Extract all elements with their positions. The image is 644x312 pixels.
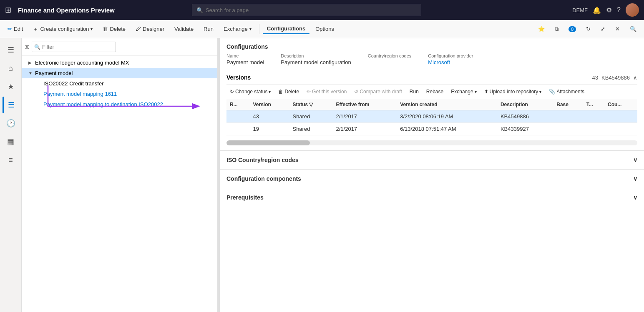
col-version-created: Version created (397, 99, 497, 110)
horizontal-scrollbar[interactable] (226, 140, 637, 145)
sidebar-list-icon[interactable]: ☰ (3, 97, 19, 113)
edit-button[interactable]: ✏ Edit (3, 24, 27, 34)
notification-icon[interactable]: 🔔 (593, 6, 601, 14)
tree-item-label-payment: Payment model (35, 70, 214, 76)
tree-item-mapping-destination[interactable]: Payment model mapping to destination ISO… (22, 99, 217, 110)
sidebar: ☰ ⌂ ★ ☰ 🕐 ▦ ≡ (0, 38, 22, 312)
search-bar[interactable]: 🔍 (192, 4, 421, 16)
exchange-chevron: ▾ (249, 27, 252, 31)
cell-base-2 (553, 123, 583, 135)
cell-desc-1: KB4549886 (497, 110, 553, 123)
prerequisites-title: Prerequisites (226, 194, 264, 201)
create-config-button[interactable]: ＋ Create configuration ▾ (29, 24, 97, 35)
cell-created-1: 3/2/2020 08:06:19 AM (397, 110, 497, 123)
iso-country-header[interactable]: ISO Country/region codes ∨ (220, 151, 644, 169)
options-tab[interactable]: Options (311, 24, 338, 34)
versions-delete-button[interactable]: 🗑 Delete (275, 87, 302, 96)
sidebar-home-icon[interactable]: ⌂ (3, 60, 19, 77)
avatar[interactable] (626, 3, 639, 17)
compare-with-draft-button[interactable]: ↺ Compare with draft (351, 87, 405, 96)
config-header: Configurations Name Payment model Descri… (220, 38, 644, 69)
content-area: ⧖ 🔍 ▶ Electronic ledger accounting model… (22, 38, 644, 312)
versions-number: 43 (592, 75, 598, 81)
badge-button[interactable]: 0 (564, 25, 580, 34)
sidebar-bookmark-icon[interactable]: ★ (3, 78, 19, 95)
meta-provider-col: Configuration provider Microsoft (428, 53, 473, 65)
prerequisites-header[interactable]: Prerequisites ∨ (220, 188, 644, 207)
top-nav-bar: ⊞ Finance and Operations Preview 🔍 DEMF … (0, 0, 644, 20)
tree-chevron-electronic: ▶ (28, 60, 33, 65)
search-input[interactable] (206, 7, 417, 13)
tree-item-label-electronic: Electronic ledger accounting model MX (35, 60, 214, 66)
settings-icon[interactable]: ⚙ (606, 6, 612, 14)
cell-created-2: 6/13/2018 07:51:47 AM (397, 123, 497, 135)
config-components-header[interactable]: Configuration components ∨ (220, 170, 644, 188)
tree-item-mapping-1611[interactable]: Payment model mapping 1611 (22, 89, 217, 99)
refresh-button[interactable]: ↻ (582, 24, 595, 34)
prerequisites-chevron: ∨ (633, 194, 637, 201)
col-description: Description (497, 99, 553, 110)
favorites-button[interactable]: ⭐ (534, 24, 549, 34)
rebase-button[interactable]: Rebase (423, 87, 447, 96)
validate-button[interactable]: Validate (170, 24, 198, 34)
filter-input[interactable] (32, 42, 116, 52)
meta-country-label: Country/region codes (368, 53, 412, 58)
top-bar-right: DEMF 🔔 ⚙ ? (572, 3, 639, 17)
run-button[interactable]: Run (199, 24, 218, 34)
sidebar-menu-icon[interactable]: ☰ (3, 42, 19, 58)
notification-badge: 0 (569, 26, 576, 32)
cell-version-1: 43 (249, 110, 289, 123)
get-this-version-button[interactable]: ✏ Get this version (303, 87, 350, 96)
table-row[interactable]: 43 Shared 2/1/2017 3/2/2020 08:06:19 AM … (226, 110, 637, 123)
change-status-button[interactable]: ↻ Change status ▾ (226, 87, 274, 96)
versions-title: Versions (226, 74, 251, 81)
meta-desc-label: Description (281, 53, 351, 58)
sidebar-grid-icon[interactable]: ▦ (3, 133, 19, 150)
search-icon: 🔍 (196, 7, 203, 13)
upload-into-repository-button[interactable]: ⬆ Upload into repository ▾ (481, 87, 545, 96)
versions-run-button[interactable]: Run (406, 87, 422, 96)
expand-button[interactable]: ⤢ (596, 24, 609, 34)
col-r: R... (226, 99, 249, 110)
versions-toolbar: ↻ Change status ▾ 🗑 Delete ✏ Get this ve… (226, 85, 637, 99)
col-version: Version (249, 99, 289, 110)
meta-desc-col: Description Payment model configuration (281, 53, 351, 65)
delete-button[interactable]: 🗑 Delete (98, 24, 130, 34)
close-button[interactable]: ✕ (611, 24, 624, 34)
versions-collapse-icon[interactable]: ∧ (633, 75, 637, 81)
compare-icon: ↺ (354, 89, 358, 95)
meta-provider-value[interactable]: Microsoft (428, 59, 473, 65)
table-row[interactable]: 19 Shared 2/1/2017 6/13/2018 07:51:47 AM… (226, 123, 637, 135)
cell-effective-1: 2/1/2017 (333, 110, 397, 123)
col-t: T... (583, 99, 604, 110)
tree-item-label-iso: ISO20022 Credit transfer (43, 80, 214, 87)
sidebar-lines-icon[interactable]: ≡ (3, 152, 19, 168)
designer-icon: 🖊 (136, 26, 141, 32)
search-cmd-button[interactable]: 🔍 (626, 24, 641, 34)
col-status: Status ▽ (289, 99, 332, 110)
designer-button[interactable]: 🖊 Designer (131, 24, 169, 34)
tree-item-iso20022[interactable]: ISO20022 Credit transfer (22, 78, 217, 89)
cmd-divider-1 (259, 24, 259, 34)
cell-status-1: Shared (289, 110, 332, 123)
grid-icon[interactable]: ⊞ (5, 5, 11, 15)
cell-r-2 (226, 123, 249, 135)
cell-status-2: Shared (289, 123, 332, 135)
exchange-button[interactable]: Exchange ▾ (219, 24, 256, 34)
meta-name-col: Name Payment model (226, 53, 264, 65)
tree-item-payment-model[interactable]: ▼ Payment model (22, 68, 217, 78)
sidebar-clock-icon[interactable]: 🕐 (3, 115, 19, 132)
attachments-button[interactable]: 📎 Attachments (546, 87, 588, 96)
col-cou: Cou... (604, 99, 637, 110)
versions-exchange-button[interactable]: Exchange ▾ (448, 87, 480, 96)
tree-item-electronic-ledger[interactable]: ▶ Electronic ledger accounting model MX (22, 57, 217, 68)
col-base: Base (553, 99, 583, 110)
cell-r-1 (226, 110, 249, 123)
col-effective-from: Effective from (333, 99, 397, 110)
help-icon[interactable]: ? (617, 6, 621, 14)
configurations-tab[interactable]: Configurations (263, 24, 309, 34)
split-view-button[interactable]: ⧉ (551, 24, 563, 34)
meta-country-col: Country/region codes (368, 53, 412, 65)
cmd-right-actions: ⭐ ⧉ 0 ↻ ⤢ ✕ 🔍 (534, 24, 641, 34)
user-label: DEMF (572, 7, 588, 13)
